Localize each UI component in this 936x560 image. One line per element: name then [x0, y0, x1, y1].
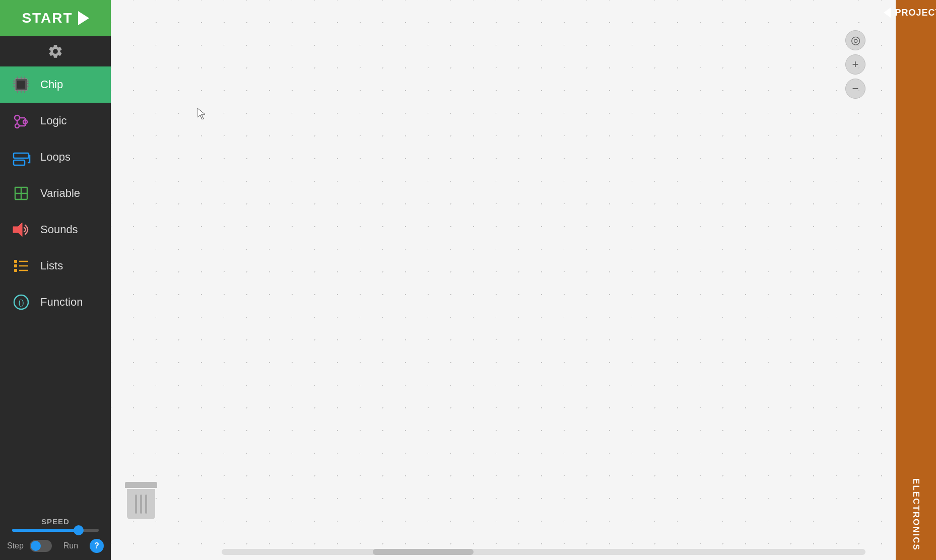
trash-can[interactable]	[126, 482, 156, 520]
sounds-icon	[10, 219, 32, 241]
run-label: Run	[58, 541, 84, 550]
svg-rect-1	[17, 81, 25, 89]
help-button[interactable]: ?	[90, 539, 104, 553]
canvas-scrollbar-thumb[interactable]	[373, 549, 474, 555]
right-panel: PROJECTS ELECTRONICS	[896, 0, 936, 560]
start-button[interactable]: START	[0, 0, 111, 36]
sidebar-item-label-loops: Loops	[40, 151, 71, 164]
trash-line-2	[140, 495, 142, 514]
sidebar: START	[0, 0, 111, 560]
trash-line-1	[135, 495, 137, 514]
lists-icon	[10, 255, 32, 277]
projects-tab[interactable]: PROJECTS	[896, 0, 936, 25]
step-toggle[interactable]	[30, 540, 52, 552]
projects-arrow-icon	[884, 8, 891, 18]
settings-row	[0, 36, 111, 66]
svg-rect-21	[14, 153, 29, 158]
settings-button[interactable]	[46, 42, 64, 60]
sidebar-item-label-sounds: Sounds	[40, 223, 78, 236]
speed-label: SPEED	[10, 517, 101, 526]
chip-icon	[10, 74, 32, 96]
speed-slider[interactable]	[12, 529, 99, 532]
speed-section: SPEED	[0, 512, 111, 536]
sidebar-item-label-chip: Chip	[40, 78, 63, 91]
sidebar-item-loops[interactable]: Loops	[0, 139, 111, 175]
sidebar-item-variable[interactable]: Variable	[0, 175, 111, 212]
svg-rect-22	[14, 160, 25, 165]
trash-body	[127, 489, 155, 519]
main-canvas[interactable]: ◎ + −	[111, 0, 896, 560]
electronics-tab[interactable]: ELECTRONICS	[911, 478, 921, 551]
loops-icon	[10, 146, 32, 168]
bottom-controls: Step Run ?	[0, 536, 111, 560]
sidebar-item-chip[interactable]: Chip	[0, 66, 111, 103]
canvas-controls: ◎ + −	[845, 30, 865, 99]
sidebar-item-sounds[interactable]: Sounds	[0, 212, 111, 248]
canvas-scrollbar[interactable]	[222, 549, 865, 555]
svg-rect-31	[14, 264, 17, 267]
function-icon: ()	[10, 291, 32, 313]
svg-marker-29	[13, 223, 22, 237]
logic-icon	[10, 110, 32, 132]
sidebar-item-label-function: Function	[40, 296, 83, 309]
sidebar-item-label-lists: Lists	[40, 259, 63, 272]
speed-slider-row	[10, 529, 101, 532]
svg-rect-32	[14, 269, 17, 272]
sidebar-item-label-logic: Logic	[40, 114, 67, 127]
play-icon	[78, 11, 89, 25]
svg-point-14	[15, 115, 20, 120]
trash-line-3	[145, 495, 147, 514]
dot-grid	[111, 0, 896, 560]
trash-lid	[125, 482, 157, 488]
nav-items: Chip Logic	[0, 66, 111, 512]
sidebar-item-logic[interactable]: Logic	[0, 103, 111, 139]
zoom-in-button[interactable]: +	[845, 54, 865, 75]
sidebar-item-label-variable: Variable	[40, 187, 80, 200]
svg-rect-30	[14, 260, 17, 263]
sidebar-item-function[interactable]: () Function	[0, 284, 111, 320]
svg-point-16	[15, 124, 19, 128]
locate-button[interactable]: ◎	[845, 30, 865, 50]
start-label: START	[22, 10, 73, 26]
svg-text:(): ()	[19, 298, 24, 307]
gear-icon	[47, 43, 63, 59]
zoom-out-button[interactable]: −	[845, 79, 865, 99]
sidebar-item-lists[interactable]: Lists	[0, 248, 111, 284]
variable-icon	[10, 182, 32, 204]
step-label: Step	[7, 541, 24, 550]
projects-label: PROJECTS	[895, 8, 936, 18]
